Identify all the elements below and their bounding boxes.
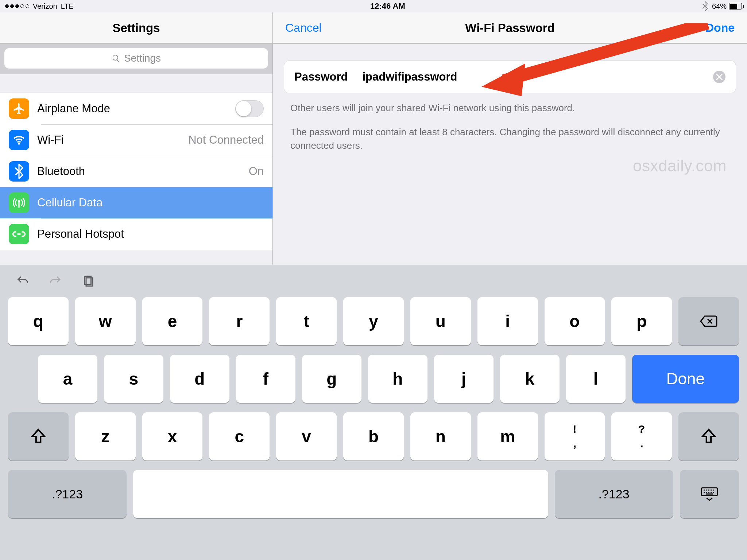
sidebar-item-label: Bluetooth	[37, 165, 85, 178]
sidebar-item-value: Not Connected	[188, 133, 264, 147]
key-i[interactable]: i	[477, 297, 538, 345]
carrier-label: Verizon	[33, 2, 57, 11]
bluetooth-icon	[702, 1, 708, 11]
bluetooth-icon	[9, 161, 29, 182]
keyboard: q w e r t y u i o p a s d f g h j k l Do…	[0, 265, 747, 560]
link-icon	[9, 224, 29, 244]
battery-pct-label: 64%	[712, 2, 727, 11]
search-icon	[112, 54, 120, 63]
airplane-icon	[9, 98, 29, 119]
key-space[interactable]	[133, 470, 548, 518]
settings-group: Airplane Mode Wi-Fi Not Connected Blueto…	[0, 93, 272, 250]
password-label: Password	[294, 70, 348, 83]
redo-button[interactable]	[49, 275, 62, 289]
clock-label: 12:46 AM	[370, 1, 405, 11]
watermark: osxdaily.com	[633, 157, 727, 175]
key-a[interactable]: a	[38, 355, 97, 403]
svg-point-1	[18, 200, 20, 202]
detail-header: Cancel Wi-Fi Password Done	[272, 12, 747, 44]
sidebar-item-wifi[interactable]: Wi-Fi Not Connected	[0, 124, 272, 156]
key-n[interactable]: n	[410, 412, 471, 460]
key-backspace[interactable]	[678, 297, 739, 345]
key-comma[interactable]: !,	[545, 412, 605, 460]
detail-title: Wi-Fi Password	[465, 21, 554, 35]
detail-pane: Password ipadwifipassword Other users wi…	[272, 44, 747, 265]
key-numbers-left[interactable]: .?123	[8, 470, 127, 518]
key-d[interactable]: d	[170, 355, 229, 403]
clear-text-button[interactable]	[713, 71, 725, 83]
password-field[interactable]: ipadwifipassword	[362, 70, 698, 83]
hint-text-2: The password must contain at least 8 cha…	[290, 125, 729, 153]
password-row[interactable]: Password ipadwifipassword	[284, 61, 736, 93]
key-c[interactable]: c	[209, 412, 270, 460]
key-p[interactable]: p	[611, 297, 672, 345]
battery-indicator: 64%	[712, 2, 742, 11]
signal-dots-icon	[5, 4, 29, 8]
sidebar-item-label: Airplane Mode	[37, 102, 110, 115]
key-k[interactable]: k	[500, 355, 560, 403]
sidebar-item-label: Wi-Fi	[37, 133, 63, 147]
key-x[interactable]: x	[142, 412, 203, 460]
key-r[interactable]: r	[209, 297, 270, 345]
keyboard-row-3: z x c v b n m !, ?.	[8, 412, 739, 460]
key-u[interactable]: u	[410, 297, 471, 345]
search-input[interactable]: Settings	[4, 48, 268, 69]
sidebar-header: Settings	[0, 12, 272, 44]
keyboard-row-1: q w e r t y u i o p	[8, 297, 739, 345]
search-placeholder: Settings	[124, 52, 161, 64]
key-b[interactable]: b	[343, 412, 404, 460]
sidebar: Settings Airplane Mode Wi-Fi Not Connect…	[0, 44, 272, 265]
antenna-icon	[9, 192, 29, 213]
clipboard-button[interactable]	[82, 275, 95, 289]
done-button[interactable]: Done	[705, 21, 735, 35]
undo-button[interactable]	[16, 275, 29, 289]
keyboard-row-2: a s d f g h j k l Done	[8, 355, 739, 403]
key-w[interactable]: w	[75, 297, 136, 345]
sidebar-item-hotspot[interactable]: Personal Hotspot	[0, 218, 272, 250]
sidebar-item-value: On	[249, 165, 264, 178]
cancel-button[interactable]: Cancel	[285, 21, 322, 35]
sidebar-item-label: Personal Hotspot	[37, 228, 124, 241]
key-shift-right[interactable]	[678, 412, 739, 460]
key-g[interactable]: g	[302, 355, 361, 403]
sidebar-title: Settings	[112, 21, 160, 35]
key-f[interactable]: f	[236, 355, 295, 403]
key-z[interactable]: z	[75, 412, 136, 460]
sidebar-item-bluetooth[interactable]: Bluetooth On	[0, 156, 272, 187]
key-done[interactable]: Done	[632, 355, 739, 403]
key-o[interactable]: o	[545, 297, 605, 345]
key-l[interactable]: l	[566, 355, 626, 403]
keyboard-row-4: .?123 .?123	[8, 470, 739, 518]
key-v[interactable]: v	[276, 412, 337, 460]
key-m[interactable]: m	[477, 412, 538, 460]
key-q[interactable]: q	[8, 297, 69, 345]
keyboard-toolbar	[8, 272, 739, 292]
sidebar-item-cellular[interactable]: Cellular Data	[0, 187, 272, 218]
key-dismiss-keyboard[interactable]	[680, 470, 739, 518]
key-shift-left[interactable]	[8, 412, 69, 460]
key-numbers-right[interactable]: .?123	[555, 470, 673, 518]
hint-text-1: Other users will join your shared Wi-Fi …	[290, 101, 729, 115]
key-h[interactable]: h	[368, 355, 427, 403]
sidebar-item-label: Cellular Data	[37, 196, 102, 209]
sidebar-item-airplane[interactable]: Airplane Mode	[0, 93, 272, 124]
status-bar: Verizon LTE 12:46 AM 64%	[0, 0, 747, 12]
key-y[interactable]: y	[343, 297, 404, 345]
svg-point-0	[18, 143, 20, 145]
key-s[interactable]: s	[104, 355, 163, 403]
key-j[interactable]: j	[434, 355, 494, 403]
key-period[interactable]: ?.	[611, 412, 672, 460]
close-icon	[716, 74, 723, 80]
wifi-icon	[9, 130, 29, 150]
airplane-toggle[interactable]	[235, 100, 264, 117]
key-t[interactable]: t	[276, 297, 337, 345]
network-label: LTE	[61, 2, 74, 11]
key-e[interactable]: e	[142, 297, 203, 345]
